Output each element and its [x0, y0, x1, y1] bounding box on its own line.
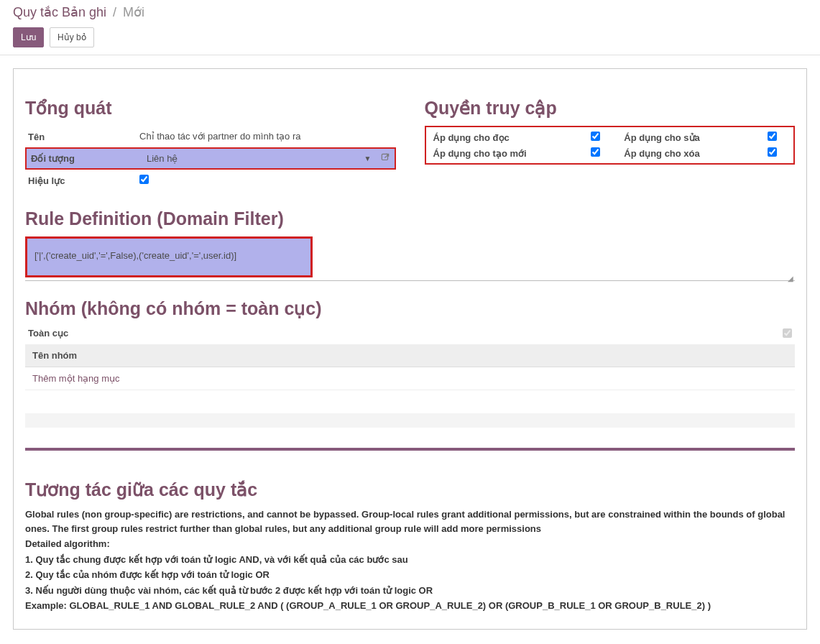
global-checkbox — [783, 328, 792, 338]
svg-rect-0 — [382, 154, 387, 160]
table-footer-strip — [25, 413, 795, 428]
field-object-value: Liên hệ — [147, 153, 178, 164]
global-label: Toàn cục — [28, 328, 68, 339]
field-object-row: Đối tượng Liên hệ ▼ — [25, 147, 396, 170]
breadcrumb: Quy tắc Bản ghi / Mới — [13, 4, 807, 20]
breadcrumb-root[interactable]: Quy tắc Bản ghi — [13, 5, 106, 19]
section-general-title: Tổng quát — [25, 98, 396, 119]
domain-filter-wrap: ['|',('create_uid','=',False),('create_u… — [25, 236, 795, 281]
save-button[interactable]: Lưu — [13, 27, 44, 47]
groups-table: Tên nhóm Thêm một hạng mục — [25, 344, 795, 390]
domain-filter-value: ['|',('create_uid','=',False),('create_u… — [34, 250, 236, 261]
perm-unlink-label: Áp dụng cho xóa — [624, 148, 757, 159]
perm-create-label: Áp dụng cho tạo mới — [433, 148, 567, 159]
chevron-down-icon: ▼ — [364, 155, 372, 162]
section-rule-title: Rule Definition (Domain Filter) — [25, 208, 795, 229]
external-link-icon[interactable] — [380, 152, 390, 165]
field-object-label: Đối tượng — [31, 153, 142, 164]
field-object-select[interactable]: Liên hệ ▼ — [142, 150, 376, 167]
access-rights-box: Áp dụng cho đọc Áp dụng cho sửa Áp dụng … — [425, 126, 796, 165]
section-divider — [25, 448, 795, 451]
info-line: Detailed algorithm: — [25, 537, 795, 551]
field-name-input[interactable] — [139, 129, 393, 144]
interaction-info: Global rules (non group-specific) are re… — [25, 507, 795, 613]
resize-handle-icon[interactable]: ◢ — [788, 275, 795, 282]
breadcrumb-sep: / — [113, 5, 116, 19]
perm-unlink-checkbox[interactable] — [768, 147, 777, 157]
perm-read-checkbox[interactable] — [591, 132, 600, 141]
field-active-checkbox[interactable] — [139, 175, 149, 184]
info-line: Example: GLOBAL_RULE_1 AND GLOBAL_RULE_2… — [25, 599, 795, 613]
breadcrumb-current: Mới — [123, 5, 144, 19]
section-groups-title: Nhóm (không có nhóm = toàn cục) — [25, 298, 795, 319]
info-line: 2. Quy tắc của nhóm được kết hợp với toá… — [25, 568, 795, 582]
section-interaction-title: Tương tác giữa các quy tắc — [25, 479, 795, 500]
form-sheet: Tổng quát Tên Đối tượng Liên hệ ▼ — [13, 68, 807, 630]
discard-button[interactable]: Hủy bỏ — [50, 27, 94, 47]
info-line: 1. Quy tắc chung được kết hợp với toán t… — [25, 553, 795, 567]
info-line: 3. Nếu người dùng thuộc vài nhóm, các kế… — [25, 584, 795, 598]
info-line: Global rules (non group-specific) are re… — [25, 507, 795, 535]
field-active-label: Hiệu lực — [28, 175, 139, 186]
perm-create-checkbox[interactable] — [591, 147, 600, 157]
perm-read-label: Áp dụng cho đọc — [433, 132, 567, 143]
section-access-title: Quyền truy cập — [425, 98, 796, 119]
perm-write-label: Áp dụng cho sửa — [624, 132, 757, 143]
field-name-label: Tên — [28, 132, 139, 142]
perm-write-checkbox[interactable] — [768, 132, 777, 141]
add-item-link[interactable]: Thêm một hạng mục — [32, 373, 120, 384]
table-row: Thêm một hạng mục — [25, 367, 795, 390]
groups-col-name: Tên nhóm — [25, 344, 795, 367]
domain-filter-input[interactable]: ['|',('create_uid','=',False),('create_u… — [25, 236, 313, 277]
